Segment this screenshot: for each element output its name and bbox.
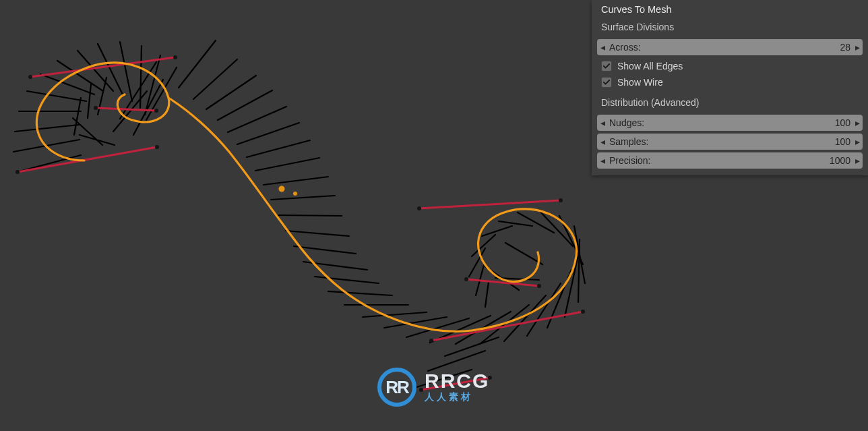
svg-line-28 — [255, 158, 319, 171]
across-field[interactable]: ◂ Across: 28 ▸ — [597, 39, 863, 55]
svg-point-79 — [559, 198, 563, 202]
svg-line-20 — [80, 135, 115, 145]
chevron-right-icon[interactable]: ▸ — [852, 115, 863, 131]
nudges-label: Nudges: — [609, 117, 644, 128]
svg-point-86 — [279, 186, 285, 192]
watermark-badge: RR — [377, 368, 416, 407]
show-all-edges-checkbox[interactable]: Show All Edges — [592, 58, 868, 74]
svg-point-81 — [537, 284, 541, 288]
svg-line-21 — [179, 40, 216, 88]
svg-point-77 — [154, 109, 158, 113]
nudges-field[interactable]: ◂ Nudges: 100 ▸ — [597, 115, 863, 131]
svg-point-72 — [16, 170, 20, 174]
svg-line-18 — [74, 98, 81, 135]
svg-line-32 — [286, 231, 349, 236]
svg-line-59 — [505, 243, 542, 264]
across-value: 28 — [840, 42, 850, 53]
svg-line-14 — [133, 80, 163, 135]
samples-value: 100 — [835, 136, 850, 147]
svg-point-87 — [293, 192, 297, 196]
svg-point-73 — [155, 145, 159, 149]
show-wire-checkbox[interactable]: Show Wire — [592, 74, 868, 90]
svg-line-36 — [328, 291, 392, 295]
svg-line-44 — [504, 295, 546, 341]
svg-line-11 — [145, 55, 160, 115]
operator-panel: Curves To Mesh Surface Divisions ◂ Acros… — [592, 0, 868, 175]
svg-line-29 — [264, 177, 328, 185]
chevron-left-icon[interactable]: ◂ — [597, 152, 608, 169]
chevron-left-icon[interactable]: ◂ — [597, 39, 608, 55]
nudges-value: 100 — [835, 117, 850, 128]
svg-line-47 — [565, 255, 578, 317]
svg-line-53 — [499, 221, 532, 226]
svg-line-4 — [27, 91, 86, 101]
show-wire-label: Show Wire — [617, 77, 663, 88]
svg-line-55 — [472, 235, 495, 256]
watermark-text: RRCG 人人素材 — [425, 371, 489, 403]
svg-line-58 — [485, 282, 489, 307]
chevron-left-icon[interactable]: ◂ — [597, 134, 608, 150]
svg-line-68 — [419, 200, 561, 208]
svg-point-74 — [28, 75, 32, 79]
checkbox-icon — [601, 61, 612, 71]
svg-point-75 — [173, 55, 177, 59]
across-label: Across: — [609, 42, 641, 53]
section-distribution: Distribution (Advanced) — [592, 90, 868, 112]
chevron-right-icon[interactable]: ▸ — [852, 134, 863, 150]
svg-line-2 — [15, 125, 79, 132]
precision-label: Precision: — [609, 155, 650, 166]
svg-line-54 — [482, 226, 512, 236]
panel-heading: Curves To Mesh — [592, 0, 868, 19]
svg-point-83 — [581, 310, 585, 314]
precision-field[interactable]: ◂ Precision: 1000 ▸ — [597, 152, 863, 169]
svg-line-7 — [78, 51, 113, 91]
chevron-right-icon[interactable]: ▸ — [852, 152, 863, 169]
svg-line-27 — [247, 140, 310, 157]
chevron-left-icon[interactable]: ◂ — [597, 115, 608, 131]
svg-line-35 — [315, 277, 379, 283]
show-all-edges-label: Show All Edges — [617, 61, 683, 71]
precision-value: 1000 — [830, 155, 850, 166]
svg-line-15 — [113, 91, 147, 132]
svg-point-82 — [429, 339, 433, 343]
svg-line-17 — [88, 84, 91, 118]
chevron-right-icon[interactable]: ▸ — [852, 39, 863, 55]
svg-point-80 — [464, 277, 468, 281]
svg-line-26 — [237, 123, 299, 144]
svg-point-76 — [94, 106, 98, 110]
svg-line-64 — [445, 337, 499, 356]
svg-line-52 — [518, 212, 554, 233]
section-surface-divisions: Surface Divisions — [592, 19, 868, 36]
svg-line-30 — [271, 196, 335, 200]
watermark-logo: RR RRCG 人人素材 — [377, 368, 489, 407]
svg-line-70 — [431, 312, 583, 341]
samples-field[interactable]: ◂ Samples: 100 ▸ — [597, 134, 863, 150]
svg-line-65 — [18, 147, 157, 172]
svg-line-31 — [278, 215, 342, 216]
samples-label: Samples: — [609, 136, 648, 147]
svg-point-78 — [417, 206, 421, 210]
svg-line-38 — [363, 312, 427, 317]
checkbox-icon — [601, 77, 612, 88]
